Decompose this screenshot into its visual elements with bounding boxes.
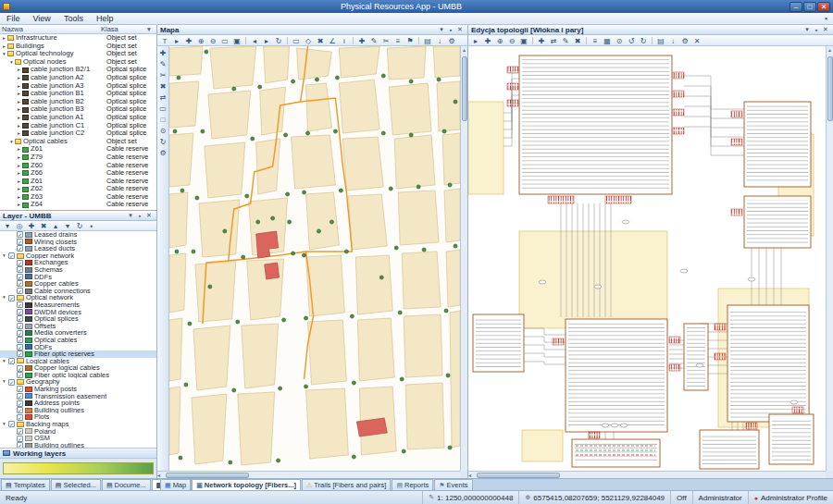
next-view-icon[interactable]: ▸: [261, 36, 272, 45]
checkbox-icon[interactable]: ✓: [17, 372, 23, 378]
expander-icon[interactable]: ▸: [16, 162, 22, 170]
filter-icon[interactable]: ▾: [147, 25, 155, 33]
add-layer-icon[interactable]: ✚: [26, 221, 37, 230]
layer-tree-item[interactable]: ✓Exchanges: [0, 259, 156, 266]
select-tool-icon[interactable]: ▸: [171, 36, 182, 45]
align-icon[interactable]: ≡: [590, 36, 601, 45]
scroll-left-icon[interactable]: ◂: [157, 472, 160, 478]
remove-layer-icon[interactable]: ✖: [38, 221, 49, 230]
layer-tree-item[interactable]: ✓Offsets: [0, 323, 156, 330]
layer-tree-item[interactable]: ✓Building outlines: [0, 407, 156, 414]
status-scale-field[interactable]: ✎ 1: 1250,000000000448: [422, 491, 518, 504]
pin-icon[interactable]: ▪: [135, 213, 144, 219]
zoom-out-icon[interactable]: ⊖: [506, 36, 517, 45]
object-tree-item[interactable]: ▾Optical technologyObject set: [0, 50, 156, 58]
measure-icon[interactable]: ∠: [327, 36, 338, 45]
object-tree-item[interactable]: ▸Z79Cable reserve: [0, 154, 156, 162]
object-tree-item[interactable]: ▸cable junction A3Optical splice: [0, 82, 156, 91]
settings-icon[interactable]: ⚙: [446, 36, 457, 45]
zoom-in-icon[interactable]: ⊕: [494, 36, 505, 45]
expander-icon[interactable]: ▸: [16, 185, 22, 193]
checkbox-icon[interactable]: ✓: [17, 266, 23, 273]
layer-tree-item[interactable]: ✓Leased drains: [0, 231, 156, 239]
working-layers-bar[interactable]: Working layers: [0, 449, 156, 459]
scrollbar-thumb[interactable]: [462, 56, 467, 121]
zoom-fit-icon[interactable]: ▣: [518, 36, 529, 45]
column-nazwa[interactable]: Nazwa: [2, 25, 101, 33]
panel-pin-icon[interactable]: ▪: [819, 14, 833, 23]
checkbox-icon[interactable]: ✓: [17, 301, 23, 308]
layer-tree-item[interactable]: ✓Copper logical cables: [0, 364, 156, 372]
topology-canvas[interactable]: [468, 46, 826, 471]
expander-icon[interactable]: ▸: [16, 82, 22, 91]
add-icon[interactable]: ✚: [158, 48, 168, 57]
layer-tree-item[interactable]: ✓Cable connections: [0, 288, 156, 295]
export-icon[interactable]: ↓: [434, 36, 445, 45]
scroll-left-icon[interactable]: ◂: [468, 472, 471, 478]
column-klasa[interactable]: Klasa: [101, 25, 147, 33]
zoom-out-icon[interactable]: ⊖: [207, 36, 218, 45]
layer-tree-item[interactable]: ✓Fiber optic reserves: [0, 350, 156, 358]
expander-icon[interactable]: ▸: [16, 105, 22, 114]
clear-selection-icon[interactable]: ✖: [315, 36, 326, 45]
close-icon[interactable]: ✕: [455, 26, 465, 33]
layer-tree-item[interactable]: ✓DDFs: [0, 274, 156, 281]
expander-icon[interactable]: ▸: [16, 129, 22, 138]
checkbox-icon[interactable]: ✓: [17, 337, 23, 343]
checkbox-icon[interactable]: ✓: [17, 288, 23, 294]
object-tree-item[interactable]: ▸BuildingsObject set: [0, 43, 156, 51]
grid-icon[interactable]: ▦: [602, 36, 613, 45]
checkbox-icon[interactable]: ✓: [17, 436, 23, 442]
panel-menu-icon[interactable]: ▾: [126, 212, 135, 219]
delete-icon[interactable]: ✖: [158, 81, 168, 91]
checkbox-icon[interactable]: ✓: [17, 400, 23, 407]
expander-icon[interactable]: ▸: [16, 193, 22, 202]
left-tab-docume[interactable]: ▤Docume...: [102, 479, 151, 490]
zoom-window-icon[interactable]: ▭: [219, 36, 230, 45]
status-snap-mode[interactable]: Off: [670, 491, 692, 504]
layer-tree-item[interactable]: ✓Copper cables: [0, 280, 156, 288]
object-tree-item[interactable]: ▸InfrastructureObject set: [0, 34, 156, 43]
checkbox-icon[interactable]: ✓: [17, 365, 23, 372]
object-tree-item[interactable]: ▸cable junction C1Optical splice: [0, 122, 156, 130]
layer-tree-item[interactable]: ✓Wiring closets: [0, 239, 156, 246]
add-object-icon[interactable]: ✚: [356, 36, 367, 45]
layer-tree-item[interactable]: ✓Media converters: [0, 329, 156, 337]
expander-icon[interactable]: ▾: [8, 138, 15, 146]
checkbox-icon[interactable]: ✓: [8, 379, 15, 386]
layer-tree-item[interactable]: ▾✓Backing maps: [0, 421, 156, 428]
left-tab-selected[interactable]: ▤Selected...: [51, 479, 101, 490]
checkbox-icon[interactable]: ✓: [17, 309, 23, 315]
expander-icon[interactable]: ▾: [1, 252, 7, 260]
scrollbar-thumb[interactable]: [477, 473, 560, 478]
expander-icon[interactable]: ▸: [16, 169, 22, 178]
layer-tree-item[interactable]: ✓Optical cables: [0, 337, 156, 344]
layer-tree-item[interactable]: ✓ODFs: [0, 344, 156, 351]
layer-tree-item[interactable]: ✓Plots: [0, 413, 156, 421]
checkbox-icon[interactable]: ✓: [17, 315, 23, 322]
close-icon[interactable]: ✕: [144, 212, 154, 219]
layer-tree-item[interactable]: ▾✓Geography: [0, 378, 156, 386]
pin-icon[interactable]: ▪: [812, 27, 821, 33]
expander-icon[interactable]: ▸: [1, 34, 7, 43]
search-icon[interactable]: ◎: [14, 221, 25, 230]
select-rect-icon[interactable]: ▭: [291, 36, 302, 45]
delete-icon[interactable]: ✖: [572, 36, 583, 45]
checkbox-icon[interactable]: ✓: [8, 295, 15, 301]
checkbox-icon[interactable]: ✓: [17, 393, 23, 400]
checkbox-icon[interactable]: ✓: [8, 358, 15, 364]
expander-icon[interactable]: ▾: [8, 58, 15, 67]
checkbox-icon[interactable]: ✓: [17, 260, 23, 266]
scroll-up-icon[interactable]: ▴: [463, 46, 466, 53]
map-vertical-scrollbar[interactable]: ▴: [460, 46, 467, 471]
minimize-button[interactable]: –: [789, 2, 802, 12]
object-tree-item[interactable]: ▸Z62Cable reserve: [0, 185, 156, 193]
expander-icon[interactable]: ▸: [16, 154, 22, 162]
layer-tree-item[interactable]: ✓Schemas: [0, 266, 156, 274]
layer-tree-item[interactable]: ✓Marking posts: [0, 386, 156, 393]
layer-tree-item[interactable]: ▾✓Copper network: [0, 252, 156, 260]
info-icon[interactable]: i: [339, 36, 350, 45]
layer-tree-item[interactable]: ✓OSM: [0, 435, 156, 442]
layer-tree-item[interactable]: ✓DWDM devices: [0, 309, 156, 316]
object-tree-item[interactable]: ▸Z66Cable reserve: [0, 169, 156, 178]
